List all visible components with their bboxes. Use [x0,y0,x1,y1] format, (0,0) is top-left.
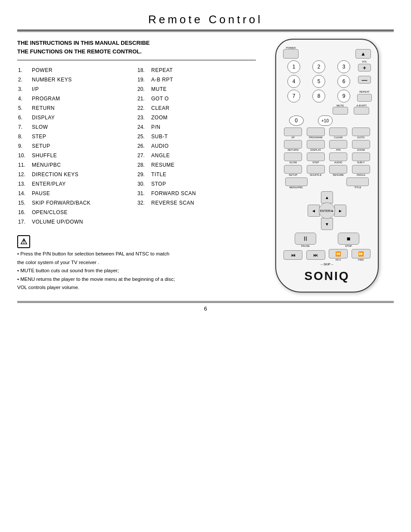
audio-button[interactable] [329,152,347,161]
function-item: 20.MUTE [137,84,256,94]
num-0-button[interactable]: 0 [289,115,304,126]
function-item: 7.SLOW [17,122,137,132]
function-item: 23.ZOOM [137,113,256,122]
num-1-button[interactable]: 1 [287,60,300,73]
remote-body: POWER ▲ 1 2 3 VOL [275,39,379,292]
num-3-button[interactable]: 3 [337,60,350,73]
function-item: 32.REVERSE SCAN [137,198,256,208]
menupbc-label: MENU/PBC [290,186,303,189]
function-item: 26.AUDIO [137,141,256,151]
audio-label: AUDIO [334,161,342,164]
function-item: 27.ANGLE [137,151,256,160]
resume-button[interactable] [329,165,347,174]
function-item: 18.REPEAT [137,65,256,75]
num-7-button[interactable]: 7 [287,90,300,103]
stop-button[interactable]: ■ [338,233,359,245]
vol-minus-button[interactable]: — [358,76,371,84]
function-item: 14.PAUSE [17,189,137,198]
right-button[interactable]: ► [334,205,346,217]
function-item: 19.A-B RPT [137,75,256,84]
program-label: PROGRAM [309,136,322,139]
note-line: the color system of your TV receiver . [17,258,256,267]
angle-button[interactable] [352,165,370,174]
skip-label: -- SKIP -- [280,263,374,266]
slow-label: SLOW [289,161,297,164]
function-item: 12.DIRECTION KEYS [17,170,137,179]
subt-button[interactable] [352,152,370,161]
num-6-button[interactable]: 6 [337,75,350,88]
setup-button[interactable] [284,165,302,174]
return-button[interactable] [284,140,302,149]
note-line: • MUTE button cuts out sound from the pl… [17,267,256,275]
shuffle-button[interactable] [307,165,325,174]
rev-scan-button[interactable]: ⏪ [329,249,348,258]
goto-button[interactable] [352,128,370,136]
row-ip-program: I/P PROGRAM CLEAR [282,128,372,139]
title-button[interactable] [346,177,369,186]
slow-button[interactable] [284,152,302,161]
up-button[interactable]: ▲ [321,191,333,203]
fwd-scan-button[interactable]: ⏩ [352,249,371,258]
angle-label: ANGLE [357,174,365,176]
function-item [137,217,256,227]
pn-label: P/N [336,149,340,151]
num-4-button[interactable]: 4 [287,75,300,88]
function-item: 25.SUB-T [137,132,256,141]
rev-label: RCV [336,258,341,261]
open-close-button[interactable]: ▲ [355,49,371,59]
enter-button[interactable]: ENTER/► [319,202,335,219]
zoom-button[interactable] [352,140,370,149]
step-button[interactable] [307,152,325,161]
function-item: 2.NUMBER KEYS [17,75,137,84]
page-title: Remote Control [17,9,394,26]
intro-line1: THE INSTRUCTIONS IN THIS MANUAL DESCRIBE [17,39,256,47]
function-item: 13.ENTER/PLAY [17,179,137,189]
pause-button[interactable]: II [295,233,316,245]
vol-plus-button[interactable]: + [358,64,371,72]
display-button[interactable] [307,140,325,149]
function-item: 5.RETURN [17,103,137,113]
clear-label: CLEAR [334,136,342,139]
left-panel: THE INSTRUCTIONS IN THIS MANUAL DESCRIBE… [17,39,260,292]
note-line: • MENU returns the player to the movie m… [17,275,256,284]
program-button[interactable] [307,128,325,136]
fwd-label: FWD [358,258,364,261]
function-item: 3.I/P [17,84,137,94]
pn-button[interactable] [329,140,347,149]
function-item: 6.DISPLAY [17,113,137,122]
zoom-label: ZOOM [357,149,365,151]
power-button[interactable] [283,49,299,59]
function-item: 15.SKIP FORWARD/BACK [17,198,137,208]
note-section: ⚠ • Press the P/N button for selection b… [17,235,256,292]
remote-container: POWER ▲ 1 2 3 VOL [262,39,392,292]
shuffle-label: SHUFFLE [310,174,321,176]
clear-button[interactable] [329,128,347,136]
stop-label: STOP [345,245,352,247]
num-9-button[interactable]: 9 [337,90,350,103]
down-button[interactable]: ▼ [321,218,333,230]
left-button[interactable]: ◄ [308,205,320,217]
function-item: 10.SHUFFLE [17,151,137,160]
num-2-button[interactable]: 2 [312,60,325,73]
function-item: 31.FORWARD SCAN [137,189,256,198]
step-label: STEP [312,161,319,164]
skip-fwd-button[interactable]: ⏭ [306,250,325,260]
mute-button[interactable] [333,107,348,115]
warning-icon: ⚠ [17,235,30,248]
plus10-button[interactable]: +10 [318,115,333,126]
row-slow-step: SLOW STEP AUDIO [282,152,372,164]
ip-label: I/P [292,136,295,139]
footer-line-bottom [17,302,394,303]
ip-button[interactable] [284,128,302,136]
repeat-button[interactable] [357,94,372,102]
ab-rpt-button[interactable] [354,107,369,115]
num-8-button[interactable]: 8 [312,90,325,103]
page-container: Remote Control THE INSTRUCTIONS IN THIS … [0,0,411,532]
vol-label: VOL [362,60,367,63]
num-5-button[interactable]: 5 [312,75,325,88]
pause-stop-row: II PAUSE ■ STOP [284,233,370,247]
skip-back-button[interactable]: ⏮ [283,250,302,260]
note-line: • Press the P/N button for selection bet… [17,250,256,258]
menupbc-button[interactable] [285,177,308,186]
footer-page-number: 6 [17,305,394,312]
